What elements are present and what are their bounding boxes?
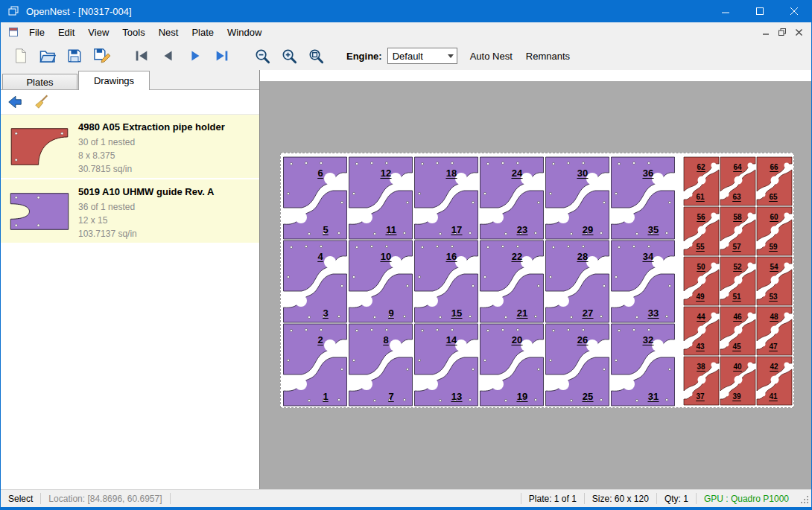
last-plate-button[interactable] xyxy=(209,45,235,67)
zoom-in-button[interactable] xyxy=(276,45,302,67)
drawing-area: 30.7815 sq/in xyxy=(78,162,259,176)
nest-pair: 24 23 xyxy=(479,156,545,240)
drawing-list-item[interactable]: 5019 A10 UHMW guide Rev. A 36 of 1 neste… xyxy=(1,179,259,243)
statusbar: Select Location: [84.8696, 60.6957] Plat… xyxy=(1,489,811,507)
drill-hole xyxy=(305,328,307,331)
part-cutout xyxy=(492,295,504,307)
drill-hole xyxy=(373,399,375,401)
drill-hole xyxy=(15,196,17,198)
part-cutout xyxy=(724,292,729,297)
part-cutout xyxy=(295,295,307,307)
drawing-title: 4980 A05 Extraction pipe holder xyxy=(78,121,259,133)
drill-hole xyxy=(421,162,423,165)
part-number: 39 xyxy=(732,392,741,401)
zoom-fit-button[interactable] xyxy=(303,45,329,67)
drill-hole xyxy=(635,399,638,401)
open-button[interactable] xyxy=(35,45,60,67)
engine-combobox[interactable]: Default xyxy=(387,48,457,64)
maximize-button[interactable] xyxy=(743,0,777,22)
part-cutout xyxy=(711,213,717,218)
drill-hole xyxy=(504,399,507,401)
drill-hole xyxy=(486,162,489,165)
drill-hole xyxy=(582,245,584,247)
part-number: 63 xyxy=(732,193,741,201)
drill-hole xyxy=(501,162,504,164)
menu-item-file[interactable]: File xyxy=(22,24,51,41)
first-plate-button[interactable] xyxy=(129,45,154,67)
tab-drawings[interactable]: Drawings xyxy=(78,71,150,90)
drawing-title: 5019 A10 UHMW guide Rev. A xyxy=(78,186,259,197)
menu-item-edit[interactable]: Edit xyxy=(51,24,81,41)
engine-value: Default xyxy=(388,51,445,62)
part-number: 52 xyxy=(733,263,742,271)
nest-pair: 30 29 xyxy=(545,156,610,240)
part-cutout xyxy=(698,276,706,284)
red-grid: 62 61 64 63 66 65 56 55 58 57 xyxy=(683,156,793,406)
save-button[interactable] xyxy=(62,45,87,67)
nest-pair: 34 33 xyxy=(610,240,676,323)
engine-dropdown-button[interactable] xyxy=(445,54,457,58)
drawing-list-item[interactable]: 4980 A05 Extraction pipe holder 30 of 1 … xyxy=(1,115,259,178)
part-number: 21 xyxy=(517,307,527,319)
close-button[interactable] xyxy=(777,0,811,22)
titlebar[interactable]: OpenNest - [N0317-004] xyxy=(1,0,811,22)
drill-hole xyxy=(516,328,518,331)
zoom-in-icon xyxy=(281,48,298,65)
previous-plate-button[interactable] xyxy=(156,45,181,67)
mdi-document-icon[interactable] xyxy=(7,26,19,38)
drill-hole xyxy=(549,275,551,278)
part-cutout xyxy=(735,326,743,334)
plate-sheet[interactable]: 6 5 12 11 18 17 24 23 30 29 xyxy=(280,153,794,408)
menu-item-view[interactable]: View xyxy=(81,24,115,41)
remnants-button[interactable]: Remnants xyxy=(519,47,577,66)
drill-hole xyxy=(403,398,405,401)
drill-hole xyxy=(549,192,551,194)
engine-label: Engine: xyxy=(346,51,382,62)
menu-item-window[interactable]: Window xyxy=(221,24,268,41)
part-number: 3 xyxy=(323,307,328,319)
main-toolbar: Engine: Default Auto Nest Remnants xyxy=(1,42,811,70)
drill-hole xyxy=(472,368,474,370)
resize-grip[interactable] xyxy=(799,494,810,505)
drill-hole xyxy=(436,245,438,247)
drill-hole xyxy=(600,398,602,401)
part-number: 10 xyxy=(381,251,391,262)
auto-nest-button[interactable]: Auto Nest xyxy=(463,47,519,66)
part-cutout xyxy=(426,378,438,390)
clear-button[interactable] xyxy=(31,92,52,112)
part-cutout xyxy=(324,340,336,351)
drill-hole xyxy=(483,192,486,194)
nest-pair: 56 55 xyxy=(683,206,720,256)
drill-hole xyxy=(600,315,602,317)
drill-hole xyxy=(567,162,569,164)
new-page-icon xyxy=(13,48,29,64)
drill-hole xyxy=(290,329,292,331)
save-as-button[interactable] xyxy=(89,45,114,67)
menu-item-tools[interactable]: Tools xyxy=(115,24,151,41)
send-to-nest-button[interactable] xyxy=(4,92,25,112)
close-icon xyxy=(790,7,799,16)
drill-hole xyxy=(665,232,667,234)
part-number: 61 xyxy=(696,193,705,201)
part-cutout xyxy=(698,176,706,185)
drill-hole xyxy=(287,192,289,194)
mdi-minimize-button[interactable] xyxy=(758,25,774,39)
nest-pair: 8 7 xyxy=(348,323,413,407)
new-button[interactable] xyxy=(8,45,34,67)
zoom-out-icon xyxy=(254,48,271,65)
tab-plates[interactable]: Plates xyxy=(2,74,77,90)
minimize-button[interactable] xyxy=(708,0,743,22)
menu-item-plate[interactable]: Plate xyxy=(185,24,221,41)
part-cutout xyxy=(735,176,743,185)
part-number: 36 xyxy=(643,168,653,179)
nest-canvas[interactable]: 6 5 12 11 18 17 24 23 30 29 xyxy=(260,70,811,489)
drill-hole xyxy=(668,284,670,287)
menu-item-nest[interactable]: Nest xyxy=(152,24,185,41)
drill-hole xyxy=(320,245,322,247)
part-number: 1 xyxy=(323,391,328,402)
next-plate-button[interactable] xyxy=(183,45,208,67)
drill-hole xyxy=(552,162,554,165)
zoom-out-button[interactable] xyxy=(250,45,275,67)
mdi-restore-button[interactable] xyxy=(774,25,790,39)
mdi-close-button[interactable] xyxy=(790,25,807,39)
